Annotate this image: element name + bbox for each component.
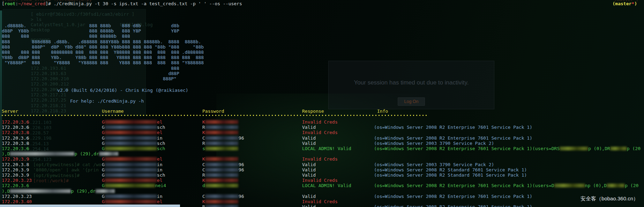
- password-cell: K: [202, 178, 238, 183]
- redacted-blur: [10, 189, 71, 193]
- header-server: Server: [2, 109, 18, 114]
- redacted-blur: [105, 131, 157, 134]
- version-line: v2.0 (Built 6/24/2016) - Chris King (@ra…: [57, 88, 188, 93]
- result-row: 172.20.3.8GschRValid(os=Windows Server 2…: [0, 141, 644, 146]
- result-row: 172.20.3.6GschsLOCAL ADMIN! Valid(os=Win…: [0, 146, 644, 151]
- redacted-blur: [205, 194, 239, 198]
- server-cell: 172.20.3.6: [2, 183, 29, 188]
- username-cell: Gel: [102, 130, 162, 135]
- password-cell: R: [202, 125, 238, 130]
- server-cell: 172.20.3.6: [2, 119, 29, 125]
- username-cell: Gel: [102, 199, 162, 204]
- server-cell: 172.20.3.23: [2, 178, 32, 183]
- wrap-row: ),Dp (29),dr: [0, 188, 644, 194]
- server-cell: 172.20.3.9: [2, 167, 29, 172]
- redacted-blur: [560, 147, 588, 150]
- info-cell: (os=Windows Server 2008 R2 Standard 7601…: [374, 172, 527, 178]
- redacted-blur: [205, 147, 238, 150]
- redacted-blur: [205, 163, 239, 167]
- redacted-blur: [205, 205, 238, 207]
- git-dirty-star: *: [631, 1, 634, 6]
- redacted-blur: [105, 173, 157, 177]
- redacted-blur: [554, 184, 585, 187]
- username-cell: Gel: [102, 178, 162, 183]
- background-artifact: 172.20.217.25: [31, 97, 66, 103]
- background-artifact: > ls: [31, 17, 42, 22]
- result-row: 172.20.3.9GschRValid(os=Windows Server 2…: [0, 172, 644, 178]
- response-cell: Invalid Creds: [302, 199, 338, 204]
- response-cell: Valid: [302, 167, 316, 172]
- redacted-blur: [205, 131, 238, 134]
- result-row: 172.20.3.23GelKInvalid Creds: [0, 178, 644, 183]
- header-separator: [2, 115, 427, 116]
- username-cell: Gsch: [102, 125, 165, 130]
- response-cell: Valid: [302, 204, 316, 207]
- info-cell: (os=Windows Server 2008 R2 Standard 7601…: [374, 167, 527, 172]
- username-cell: Gel: [102, 119, 162, 125]
- git-branch-close: ): [634, 1, 637, 6]
- response-cell: Valid: [302, 172, 316, 178]
- prompt-close-bracket: ]#: [45, 1, 51, 6]
- background-artifact: 172.20.217.21: [31, 92, 66, 97]
- header-info: Info: [377, 109, 388, 114]
- password-cell: R: [202, 141, 238, 146]
- redacted-blur: [205, 157, 238, 161]
- username-cell: Gsch: [102, 172, 165, 178]
- prompt-open-bracket: [: [2, 1, 5, 6]
- response-cell: Valid: [302, 194, 316, 199]
- redacted-blur: [105, 120, 157, 124]
- background-artifact: [ ebirr@f36sivd3:/f30fsd1/cam3/ebirr ]: [31, 12, 134, 17]
- redacted-blur: [105, 178, 157, 182]
- terminal-screen: [root:~/new_cred]# ./CredNinja.py(master…: [0, 0, 644, 207]
- password-cell: C96: [202, 135, 244, 141]
- header-password: Password: [202, 109, 224, 114]
- taskbar-fragment: [0, 205, 180, 207]
- username-cell: Gin: [102, 167, 162, 172]
- redacted-blur: [105, 184, 155, 187]
- watermark-text: 安全客（bobao.360.cn）: [581, 195, 638, 202]
- command-text: ./CredNinja.py -t 30 -s ips.txt -a test_…: [51, 1, 242, 6]
- help-line: For help: ./CredNinja.py -h: [70, 98, 144, 104]
- info-cell: (os=Windows Server 2008 R2 Enterprise 76…: [374, 204, 532, 207]
- password-cell: C96: [202, 162, 244, 167]
- password-cell: s: [202, 146, 238, 151]
- server-cell: 172.20.3.23: [2, 194, 32, 199]
- info-cell: (os=Windows Server 2008 R2 Enterprise 76…: [374, 183, 638, 188]
- prompt-separator: :: [15, 1, 18, 6]
- password-cell: C96: [202, 194, 244, 199]
- redacted-blur: [205, 120, 238, 124]
- response-cell: LOCAL ADMIN! Valid: [302, 146, 351, 151]
- redacted-blur: [607, 184, 625, 187]
- response-cell: LOCAL ADMIN! Valid: [302, 183, 351, 188]
- password-cell: K: [202, 199, 238, 204]
- response-cell: Valid: [302, 135, 316, 141]
- redacted-blur: [96, 189, 115, 193]
- password-cell: K: [202, 156, 238, 162]
- response-cell: Invalid Creds: [302, 119, 338, 125]
- response-cell: Valid: [302, 125, 316, 130]
- prompt-path: ~/new_cred: [18, 1, 45, 6]
- redacted-blur: [99, 152, 118, 156]
- redacted-blur: [105, 157, 157, 161]
- prompt-user: root: [5, 1, 15, 6]
- response-cell: Valid: [302, 141, 316, 146]
- redacted-blur: [205, 136, 239, 140]
- redacted-blur: [205, 178, 238, 182]
- background-artifact: 172.20.218.21: [31, 103, 66, 108]
- redacted-blur: [105, 194, 157, 198]
- result-row: 172.20.3.6Gnei4dLOCAL ADMIN! Valid(os=Wi…: [0, 183, 644, 188]
- username-cell: Gel: [102, 156, 162, 162]
- prompt-line: [root:~/new_cred]# ./CredNinja.py -t 30 …: [2, 1, 242, 6]
- username-cell: Gin: [102, 194, 162, 199]
- session-timeout-panel: Your session has timed out due to inacti…: [328, 61, 494, 109]
- wrap-text: ),Dp (29),dr: [2, 151, 118, 156]
- background-artifact: 172.20.200.212: [31, 81, 69, 87]
- git-branch-indicator: (master*): [613, 1, 637, 6]
- logon-button[interactable]: Log On: [398, 97, 425, 106]
- ascii-banner: .d8888b. 888 888b 888 d8b d8b d88P Y88b …: [2, 23, 204, 81]
- wrap-text: ),Dp (29),dr: [2, 188, 115, 194]
- server-cell: 172.20.3.8: [2, 130, 29, 135]
- info-cell: (os=Windows Server 2003 3790 Service Pac…: [374, 162, 494, 167]
- username-cell: Gin: [102, 135, 162, 141]
- session-timeout-message: Your session has timed out due to inacti…: [329, 79, 494, 86]
